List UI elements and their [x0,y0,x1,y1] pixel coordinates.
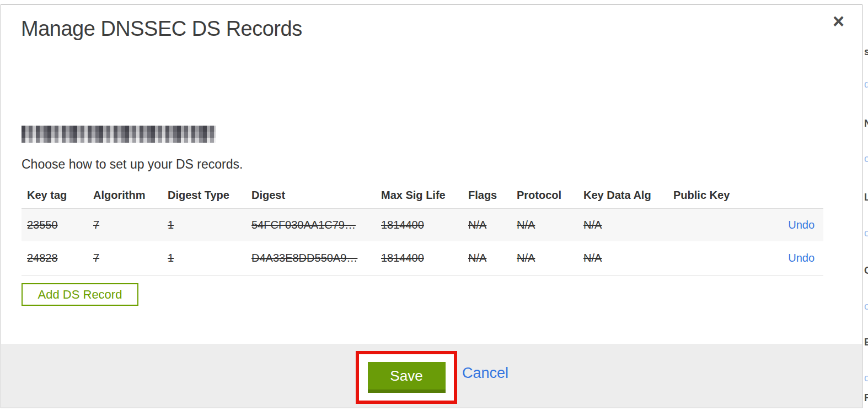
save-button[interactable]: Save [368,362,446,393]
background-glyph: o [864,153,868,165]
background-glyph: s [864,46,868,58]
max-sig-life-value: 1814400 [381,219,424,231]
undo-link[interactable]: Undo [788,219,815,231]
ds-records-table: Key tag Algorithm Digest Type Digest Max… [22,182,823,275]
background-page-strip: s d N o L o C o E o P [863,0,868,411]
digest-type-value: 1 [168,252,174,264]
add-ds-record-button[interactable]: Add DS Record [22,283,138,306]
table-row: 23550 7 1 54FCF030AA1C79… 1814400 N/A N/… [22,209,823,241]
column-header-max-sig-life: Max Sig Life [376,189,463,202]
annotation-highlight-box: Save [356,351,457,404]
background-glyph: E [864,337,868,348]
key-data-alg-value: N/A [583,252,602,264]
cancel-link[interactable]: Cancel [462,365,508,382]
column-header-digest: Digest [246,189,376,202]
close-icon[interactable]: × [833,12,844,31]
digest-value: 54FCF030AA1C79… [251,219,356,231]
column-header-public-key: Public Key [668,189,774,202]
key-tag-value: 24828 [27,252,58,264]
flags-value: N/A [468,219,486,231]
background-glyph: P [864,392,868,404]
modal-footer: Save Cancel [1,344,862,408]
background-glyph: o [864,372,868,384]
manage-dnssec-ds-records-modal: Manage DNSSEC DS Records × Choose how to… [1,4,862,408]
background-glyph: o [864,228,868,239]
background-glyph: o [864,301,868,312]
algorithm-value: 7 [93,219,99,231]
table-header-row: Key tag Algorithm Digest Type Digest Max… [22,182,823,209]
background-glyph: d [864,79,868,90]
background-glyph: L [864,192,868,203]
column-header-flags: Flags [463,189,511,202]
domain-name-redacted [22,126,216,143]
protocol-value: N/A [517,219,535,231]
flags-value: N/A [468,252,486,264]
digest-type-value: 1 [168,219,174,231]
undo-link[interactable]: Undo [788,252,815,264]
max-sig-life-value: 1814400 [381,252,424,264]
key-data-alg-value: N/A [583,219,602,231]
column-header-key-data-alg: Key Data Alg [578,189,668,202]
algorithm-value: 7 [93,252,99,264]
column-header-algorithm: Algorithm [88,189,162,202]
background-glyph: N [864,118,868,129]
key-tag-value: 23550 [27,219,58,231]
column-header-protocol: Protocol [511,189,578,202]
protocol-value: N/A [517,252,535,264]
page-title: Manage DNSSEC DS Records [21,17,302,41]
instruction-text: Choose how to set up your DS records. [22,157,243,172]
digest-value: D4A33E8DD550A9… [251,252,357,264]
table-row: 24828 7 1 D4A33E8DD550A9… 1814400 N/A N/… [22,241,823,275]
column-header-digest-type: Digest Type [162,189,246,202]
column-header-key-tag: Key tag [22,189,88,202]
background-glyph: C [864,265,868,277]
